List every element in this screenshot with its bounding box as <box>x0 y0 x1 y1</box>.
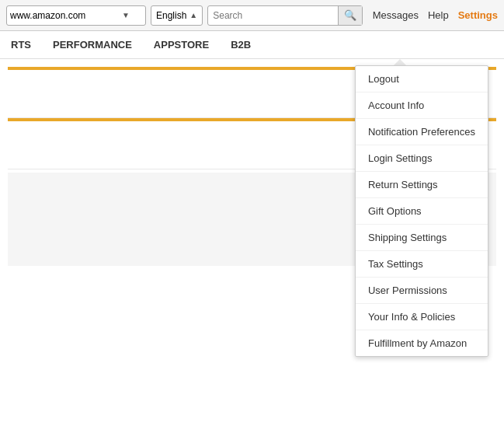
search-input[interactable] <box>208 10 338 21</box>
language-label: English <box>156 10 186 21</box>
nav-item-b2b[interactable]: B2B <box>228 39 254 51</box>
dropdown-arrow <box>394 59 406 65</box>
url-bar-wrapper[interactable]: ▼ <box>6 5 146 26</box>
dropdown-item-fulfillment[interactable]: Fulfillment by Amazon <box>356 330 488 356</box>
dropdown-item-login-settings[interactable]: Login Settings <box>356 145 488 172</box>
messages-link[interactable]: Messages <box>373 9 419 21</box>
nav-item-appstore[interactable]: APPSTORE <box>151 39 212 51</box>
top-bar: ▼ English ▲ 🔍 Messages Help Settings <box>0 0 504 31</box>
url-input[interactable] <box>10 10 119 21</box>
url-dropdown-icon: ▼ <box>122 11 130 19</box>
dropdown-item-notification-prefs[interactable]: Notification Preferences <box>356 119 488 145</box>
dropdown-item-user-permissions[interactable]: User Permissions <box>356 278 488 304</box>
dropdown-item-gift-options[interactable]: Gift Options <box>356 198 488 225</box>
secondary-nav: RTS PERFORMANCE APPSTORE B2B <box>0 31 504 59</box>
nav-item-performance[interactable]: PERFORMANCE <box>50 39 135 51</box>
page-content: Logout Account Info Notification Prefere… <box>0 59 504 426</box>
dropdown-item-your-info[interactable]: Your Info & Policies <box>356 304 488 330</box>
dropdown-item-logout[interactable]: Logout <box>356 66 488 93</box>
settings-dropdown: Logout Account Info Notification Prefere… <box>355 59 488 357</box>
dropdown-item-return-settings[interactable]: Return Settings <box>356 172 488 198</box>
dropdown-item-account-info[interactable]: Account Info <box>356 93 488 119</box>
dropdown-menu: Logout Account Info Notification Prefere… <box>355 65 488 357</box>
language-arrow-icon: ▲ <box>189 11 197 19</box>
settings-link[interactable]: Settings <box>458 9 498 21</box>
help-link[interactable]: Help <box>428 9 449 21</box>
dropdown-item-shipping-settings[interactable]: Shipping Settings <box>356 225 488 251</box>
dropdown-item-tax-settings[interactable]: Tax Settings <box>356 251 488 278</box>
header-nav: Messages Help Settings <box>373 9 498 21</box>
nav-item-rts[interactable]: RTS <box>8 39 34 51</box>
search-button[interactable]: 🔍 <box>338 6 362 25</box>
search-bar: 🔍 <box>207 5 363 26</box>
language-selector[interactable]: English ▲ <box>151 5 203 26</box>
